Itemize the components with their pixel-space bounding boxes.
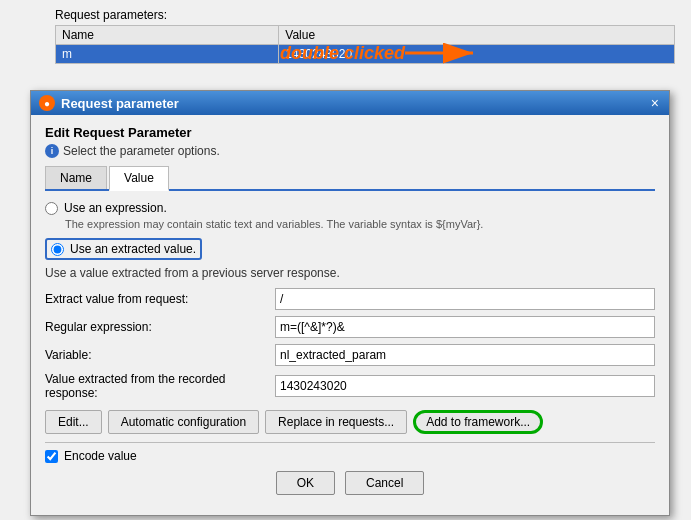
section-title: Edit Request Parameter — [45, 125, 655, 140]
radio-expression-input[interactable] — [45, 202, 58, 215]
edit-button[interactable]: Edit... — [45, 410, 102, 434]
input-regex[interactable] — [275, 316, 655, 338]
annotation-text: double clicked — [280, 43, 405, 64]
modal-body: Edit Request Parameter i Select the para… — [31, 115, 669, 515]
encode-checkbox-row: Encode value — [45, 449, 655, 463]
modal-dialog: ● Request parameter × Edit Request Param… — [30, 90, 670, 516]
section-hint: i Select the parameter options. — [45, 144, 655, 158]
form-row-regex: Regular expression: — [45, 316, 655, 338]
tab-name[interactable]: Name — [45, 166, 107, 189]
form-row-variable: Variable: — [45, 344, 655, 366]
divider — [45, 442, 655, 443]
cancel-button[interactable]: Cancel — [345, 471, 424, 495]
add-framework-button[interactable]: Add to framework... — [413, 410, 543, 434]
col-header-name: Name — [56, 26, 279, 45]
radio-expression-option[interactable]: Use an expression. — [45, 201, 655, 215]
titlebar-left: ● Request parameter — [39, 95, 179, 111]
extracted-desc: Use a value extracted from a previous se… — [45, 266, 655, 280]
form-row-extract: Extract value from request: — [45, 288, 655, 310]
radio-expression-desc: The expression may contain static text a… — [65, 218, 655, 230]
request-params-label: Request parameters: — [55, 8, 167, 22]
radio-expression-label: Use an expression. — [64, 201, 167, 215]
radio-extracted-highlight[interactable]: Use an extracted value. — [45, 238, 202, 260]
info-icon: i — [45, 144, 59, 158]
modal-title: Request parameter — [61, 96, 179, 111]
bottom-buttons: OK Cancel — [45, 471, 655, 505]
encode-checkbox[interactable] — [45, 450, 58, 463]
radio-extracted-label: Use an extracted value. — [70, 242, 196, 256]
radio-extracted-container: Use an extracted value. — [45, 238, 655, 263]
annotation-arrow-svg — [405, 38, 485, 68]
input-variable[interactable] — [275, 344, 655, 366]
form-row-recorded: Value extracted from the recorded respon… — [45, 372, 655, 400]
encode-label: Encode value — [64, 449, 137, 463]
label-extract: Extract value from request: — [45, 292, 275, 306]
section-hint-text: Select the parameter options. — [63, 144, 220, 158]
auto-config-button[interactable]: Automatic configuration — [108, 410, 259, 434]
input-extract[interactable] — [275, 288, 655, 310]
input-recorded[interactable] — [275, 375, 655, 397]
radio-extracted-input[interactable] — [51, 243, 64, 256]
annotation: double clicked — [280, 38, 485, 68]
label-variable: Variable: — [45, 348, 275, 362]
label-recorded: Value extracted from the recorded respon… — [45, 372, 275, 400]
modal-titlebar: ● Request parameter × — [31, 91, 669, 115]
label-regex: Regular expression: — [45, 320, 275, 334]
ok-button[interactable]: OK — [276, 471, 335, 495]
action-buttons: Edit... Automatic configuration Replace … — [45, 410, 655, 434]
cell-name: m — [56, 45, 279, 64]
tab-value[interactable]: Value — [109, 166, 169, 191]
title-icon: ● — [39, 95, 55, 111]
replace-button[interactable]: Replace in requests... — [265, 410, 407, 434]
close-button[interactable]: × — [649, 96, 661, 110]
tabs-bar: Name Value — [45, 166, 655, 191]
